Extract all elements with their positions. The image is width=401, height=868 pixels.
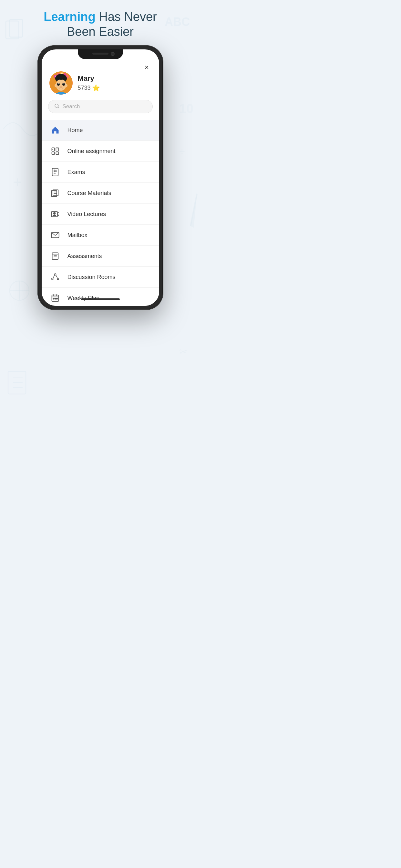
phone-screen: × — [42, 50, 159, 306]
menu-label-assessments: Assessments — [67, 253, 102, 259]
menu-item-mailbox[interactable]: Mailbox — [42, 225, 159, 246]
menu-item-home[interactable]: Home — [42, 120, 159, 141]
discussion-icon — [50, 271, 61, 283]
notch-camera — [111, 52, 115, 56]
hero-title: Learning Has Never Been Easier — [0, 10, 201, 39]
svg-text:✂: ✂ — [179, 346, 187, 357]
menu-item-discussion-rooms[interactable]: Discussion Rooms — [42, 267, 159, 288]
menu-item-online-assignment[interactable]: Online assignment — [42, 141, 159, 162]
svg-point-29 — [63, 83, 64, 84]
svg-marker-6 — [190, 194, 197, 228]
phone-inner: × — [38, 46, 162, 309]
menu-label-weekly-plan: Weekly Plan — [67, 295, 100, 302]
close-button[interactable]: × — [141, 62, 153, 73]
svg-point-26 — [57, 83, 60, 86]
svg-point-51 — [53, 213, 55, 214]
svg-point-62 — [51, 278, 53, 280]
calendar-icon — [50, 292, 61, 304]
search-container: Search — [42, 100, 159, 120]
svg-point-32 — [65, 84, 67, 87]
video-icon — [50, 208, 61, 220]
menu-item-video-lectures[interactable]: Video Lectures — [42, 204, 159, 225]
svg-rect-37 — [52, 152, 54, 154]
svg-rect-71 — [53, 298, 54, 299]
svg-text:+: + — [13, 174, 22, 190]
hero-line2: Been Easier — [67, 25, 134, 38]
menu-item-course-materials[interactable]: Course Materials — [42, 183, 159, 204]
svg-rect-38 — [56, 152, 58, 154]
svg-line-53 — [58, 215, 59, 216]
exams-icon — [50, 166, 61, 178]
hero-highlight: Learning — [43, 10, 95, 24]
menu-item-exams[interactable]: Exams — [42, 162, 159, 183]
home-icon — [50, 124, 61, 136]
user-info: Mary 5733 ⭐ — [78, 74, 100, 92]
menu-label-course-materials: Course Materials — [67, 190, 112, 197]
menu-label-video-lectures: Video Lectures — [67, 211, 106, 218]
user-name: Mary — [78, 74, 100, 83]
search-bar[interactable]: Search — [48, 100, 153, 113]
menu-label-discussion-rooms: Discussion Rooms — [67, 274, 116, 281]
menu-label-home: Home — [67, 127, 83, 134]
materials-icon — [50, 187, 61, 199]
search-icon — [54, 103, 59, 110]
svg-rect-56 — [52, 253, 58, 259]
svg-point-28 — [58, 83, 59, 84]
svg-line-5 — [190, 194, 197, 226]
svg-line-52 — [58, 212, 59, 213]
svg-rect-41 — [52, 168, 58, 176]
points-value: 5733 — [78, 85, 91, 91]
svg-line-64 — [53, 275, 55, 278]
menu-item-assessments[interactable]: Assessments — [42, 246, 159, 267]
svg-point-61 — [54, 274, 56, 275]
home-indicator — [81, 299, 120, 300]
screen-content: Mary 5733 ⭐ — [42, 59, 159, 306]
svg-point-27 — [62, 83, 65, 86]
notch-speaker — [92, 53, 109, 55]
svg-point-63 — [57, 278, 59, 280]
svg-point-7 — [10, 281, 29, 300]
star-icon: ⭐ — [92, 84, 100, 92]
menu-label-exams: Exams — [67, 169, 85, 176]
svg-rect-72 — [55, 298, 56, 299]
assignment-icon — [50, 145, 61, 157]
mail-icon — [50, 229, 61, 241]
svg-text:10: 10 — [179, 101, 194, 116]
svg-line-65 — [56, 275, 57, 278]
search-placeholder: Search — [63, 103, 147, 110]
svg-point-31 — [55, 84, 57, 87]
svg-text:÷: ÷ — [179, 146, 185, 157]
svg-rect-36 — [56, 148, 58, 151]
phone-notch — [78, 50, 123, 59]
svg-rect-35 — [52, 148, 54, 151]
svg-rect-10 — [8, 371, 26, 394]
user-points: 5733 ⭐ — [78, 84, 100, 92]
menu-label-mailbox: Mailbox — [67, 232, 88, 239]
svg-rect-73 — [56, 298, 58, 299]
phone-frame: × — [37, 45, 163, 310]
svg-line-34 — [58, 107, 59, 108]
assessments-icon — [50, 250, 61, 262]
menu-item-weekly-plan[interactable]: Weekly Plan — [42, 288, 159, 306]
menu-label-online-assignment: Online assignment — [67, 148, 116, 155]
hero-rest: Has Never — [96, 10, 157, 24]
menu-list: Home — [42, 120, 159, 306]
avatar — [50, 71, 73, 95]
svg-point-30 — [60, 86, 62, 87]
